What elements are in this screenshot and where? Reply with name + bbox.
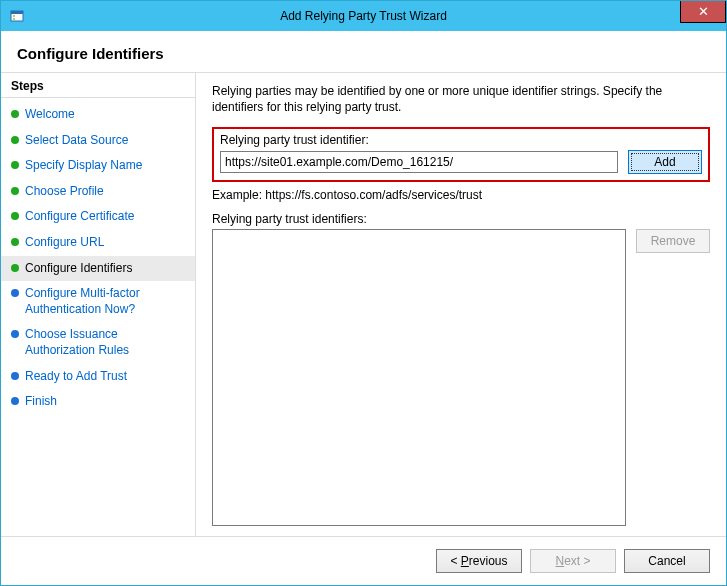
wizard-body: Steps WelcomeSelect Data SourceSpecify D…: [1, 73, 726, 536]
step-label: Configure Multi-factor Authentication No…: [25, 286, 185, 317]
steps-list: WelcomeSelect Data SourceSpecify Display…: [1, 98, 195, 419]
identifiers-listbox[interactable]: [212, 229, 626, 526]
remove-button[interactable]: Remove: [636, 229, 710, 253]
step-bullet-icon: [11, 212, 19, 220]
wizard-footer: < Previous Next > Cancel: [1, 536, 726, 585]
list-actions: Remove: [636, 229, 710, 526]
titlebar: Add Relying Party Trust Wizard ✕: [1, 1, 726, 31]
step-bullet-icon: [11, 187, 19, 195]
step-item[interactable]: Specify Display Name: [1, 153, 195, 179]
steps-header: Steps: [1, 73, 195, 98]
add-button[interactable]: Add: [628, 150, 702, 174]
cancel-button[interactable]: Cancel: [624, 549, 710, 573]
window-title: Add Relying Party Trust Wizard: [1, 9, 726, 23]
step-bullet-icon: [11, 330, 19, 338]
intro-text: Relying parties may be identified by one…: [212, 83, 710, 115]
step-label: Welcome: [25, 107, 75, 123]
step-item: Configure Identifiers: [1, 256, 195, 282]
step-bullet-icon: [11, 289, 19, 297]
step-item[interactable]: Select Data Source: [1, 128, 195, 154]
step-label: Ready to Add Trust: [25, 369, 127, 385]
step-label: Specify Display Name: [25, 158, 142, 174]
step-item[interactable]: Ready to Add Trust: [1, 364, 195, 390]
step-label: Select Data Source: [25, 133, 128, 149]
step-bullet-icon: [11, 238, 19, 246]
identifiers-list-label: Relying party trust identifiers:: [212, 212, 710, 226]
close-icon: ✕: [698, 4, 709, 19]
step-label: Configure Certificate: [25, 209, 134, 225]
steps-sidebar: Steps WelcomeSelect Data SourceSpecify D…: [1, 73, 196, 536]
identifier-label: Relying party trust identifier:: [220, 133, 702, 147]
step-item[interactable]: Welcome: [1, 102, 195, 128]
previous-button[interactable]: < Previous: [436, 549, 522, 573]
step-bullet-icon: [11, 397, 19, 405]
step-item[interactable]: Configure URL: [1, 230, 195, 256]
step-item[interactable]: Configure Certificate: [1, 204, 195, 230]
main-panel: Relying parties may be identified by one…: [196, 73, 726, 536]
step-bullet-icon: [11, 136, 19, 144]
step-item[interactable]: Choose Issuance Authorization Rules: [1, 322, 195, 363]
close-button[interactable]: ✕: [680, 1, 726, 23]
step-item[interactable]: Finish: [1, 389, 195, 415]
step-label: Finish: [25, 394, 57, 410]
next-button[interactable]: Next >: [530, 549, 616, 573]
step-bullet-icon: [11, 161, 19, 169]
step-label: Configure URL: [25, 235, 104, 251]
example-text: Example: https://fs.contoso.com/adfs/ser…: [212, 188, 710, 202]
wizard-window: Add Relying Party Trust Wizard ✕ Configu…: [0, 0, 727, 586]
step-item[interactable]: Configure Multi-factor Authentication No…: [1, 281, 195, 322]
step-item[interactable]: Choose Profile: [1, 179, 195, 205]
step-label: Configure Identifiers: [25, 261, 132, 277]
step-bullet-icon: [11, 264, 19, 272]
step-bullet-icon: [11, 372, 19, 380]
step-bullet-icon: [11, 110, 19, 118]
step-label: Choose Profile: [25, 184, 104, 200]
identifiers-row: Remove: [212, 229, 710, 526]
identifier-input[interactable]: [220, 151, 618, 173]
page-heading: Configure Identifiers: [1, 31, 726, 73]
identifier-row: Add: [220, 150, 702, 174]
identifier-highlight: Relying party trust identifier: Add: [212, 127, 710, 182]
step-label: Choose Issuance Authorization Rules: [25, 327, 185, 358]
